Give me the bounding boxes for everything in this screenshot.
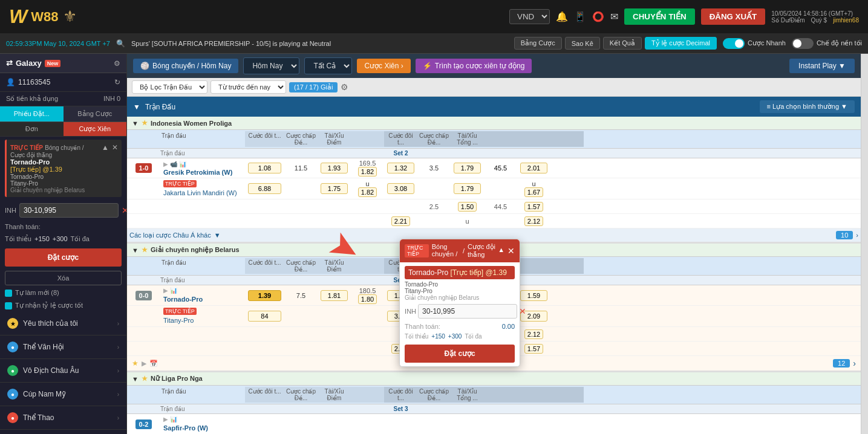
titany-odd-cell[interactable]: 84 [245, 309, 284, 323]
sapfir-name[interactable]: Sapfir-Pro (W) [163, 424, 208, 432]
odd2-btn[interactable]: 6.88 [248, 183, 281, 194]
clear-input-icon[interactable]: ✕ [122, 206, 127, 215]
row3-btn2[interactable]: 1.57 [524, 202, 543, 212]
auto-checkbox-2[interactable] [5, 302, 12, 309]
popup-expand-icon[interactable]: ▲ [498, 246, 504, 256]
sidebar-item-vo-dich-chau-au[interactable]: ● Vô Địch Châu Âu › [0, 359, 126, 383]
odd-away-btn[interactable]: 1.93 [321, 163, 348, 173]
tornado-set-ou-btn[interactable]: 1.59 [520, 290, 548, 301]
ket-qua-btn[interactable]: Kết Quả [603, 37, 642, 50]
odd-home-btn[interactable]: 1.08 [248, 163, 281, 173]
currency-selector[interactable]: VND [509, 9, 550, 24]
set-home-cell[interactable]: 1.32 [384, 161, 417, 175]
close-slip-icon[interactable]: ✕ [112, 143, 118, 152]
next-page-icon[interactable]: › [856, 232, 858, 239]
calendar-icon[interactable]: 📅 [149, 360, 158, 368]
trinh-tao-btn[interactable]: ⚡ Trình tạo cược xiên tự động [416, 59, 532, 73]
filter-bo-loc[interactable]: Bộ Lọc Trận Đấu [132, 80, 207, 94]
hom-nay-dropdown[interactable]: Hôm Nay Tất Cả [243, 57, 299, 74]
u-btn[interactable]: 1.82 [358, 187, 377, 197]
odd2-cell[interactable]: 6.88 [245, 182, 284, 195]
tornado-away-btn[interactable]: 1.81 [321, 290, 348, 301]
odd-home-cell[interactable]: 1.08 [245, 161, 284, 175]
odd3-cell[interactable]: 1.75 [318, 182, 351, 195]
che-do-switch[interactable] [792, 38, 814, 49]
set2-away-cell[interactable]: 1.79 [451, 182, 484, 195]
row4-btn1[interactable]: 2.21 [391, 216, 410, 226]
bel-row4-btn2[interactable]: 1.57 [524, 344, 543, 354]
set2-away-btn[interactable]: 1.79 [454, 183, 481, 194]
fav-star-3[interactable]: ★ [142, 375, 148, 383]
odd3-btn[interactable]: 1.75 [321, 183, 348, 194]
filter-settings-icon[interactable]: ⚙ [341, 82, 348, 92]
phone-icon[interactable]: 📱 [574, 11, 586, 22]
titany-odd-btn[interactable]: 84 [248, 311, 281, 322]
auto-checkbox-1[interactable] [5, 290, 12, 297]
circle-icon[interactable]: ⭕ [592, 11, 604, 22]
popup-clear-icon[interactable]: ✕ [519, 306, 526, 316]
refresh-icon[interactable]: ↻ [114, 78, 120, 86]
switch-don[interactable]: Đơn [0, 122, 64, 136]
popup-close-icon[interactable]: ✕ [507, 246, 515, 256]
u2-btn[interactable]: 1.67 [524, 187, 543, 197]
bet-amount-input[interactable] [19, 203, 119, 218]
set2-home-cell[interactable]: 3.08 [384, 182, 417, 195]
sidebar-item-the-thao[interactable]: ● Thể Thao › [0, 406, 126, 430]
collapse-icon-2[interactable]: ▼ [132, 247, 139, 254]
sidebar-item-the-van-hoi[interactable]: ● Thể Văn Hội › [0, 335, 126, 359]
ty-le-cuoc-btn[interactable]: Tỷ lệ cược Decimal [645, 37, 717, 50]
team-name-home[interactable]: Gresik Petrokimia (W) [163, 169, 242, 176]
expand-all-icon[interactable]: ▼ [133, 103, 140, 111]
team-name-away[interactable]: Jakarta Livin Mandiri (W) [163, 189, 237, 196]
lua-chon-btn[interactable]: ≡ Lựa chọn bình thường ▼ [760, 100, 855, 113]
collapse-icon-3[interactable]: ▼ [132, 375, 139, 383]
tornado-ou-btn[interactable]: 1.80 [358, 294, 377, 304]
fav-icon-match[interactable]: ★ [132, 359, 139, 368]
tornado-odd-cell[interactable]: 1.39 [245, 289, 284, 302]
mail-icon[interactable]: ✉ [610, 11, 618, 22]
odd-away-cell[interactable]: 1.93 [318, 161, 351, 175]
instant-play-btn[interactable]: Instant Play ▼ [789, 59, 855, 73]
set-away-cell[interactable]: 1.79 [451, 161, 484, 175]
collapse-icon[interactable]: ▼ [132, 120, 139, 127]
sidebar-item-cup-nam-my[interactable]: ● Cúp Nam Mỹ › [0, 383, 126, 406]
set-ou-cell[interactable]: 2.01 [517, 161, 550, 175]
bong-chuyen-btn[interactable]: 🏐 Bóng chuyền / Hôm Nay [133, 59, 238, 73]
tab-bang-cuoc[interactable]: Bảng Cược [64, 106, 127, 121]
fav-star-2[interactable]: ★ [142, 246, 148, 254]
expand-icon[interactable]: ▲ [102, 143, 109, 152]
tornado-name[interactable]: Tornado-Pro [163, 296, 203, 303]
titany-name[interactable]: Titany-Pro [163, 317, 194, 324]
clear-all-button[interactable]: Xóa [5, 271, 122, 285]
chuyen-tien-button[interactable]: CHUYỂN TIỀN [624, 8, 695, 25]
sidebar-item-the-thao-ao[interactable]: ● Thể Thao Ảo › [0, 430, 126, 434]
tornado-set-ou[interactable]: 1.59 [517, 289, 550, 302]
tornado-away-odd[interactable]: 1.81 [318, 289, 351, 302]
row3-btn1[interactable]: 1.50 [458, 202, 477, 212]
popup-amount-input[interactable] [418, 304, 517, 319]
dang-xuat-button[interactable]: ĐĂNG XUẤT [701, 8, 766, 25]
set-away-btn[interactable]: 1.79 [454, 163, 481, 173]
switch-cuoc-xien[interactable]: Cược Xiên [64, 122, 127, 136]
set-ou-btn[interactable]: 2.01 [520, 163, 548, 173]
sidebar-item-yeu-thich[interactable]: ★ Yêu thích của tôi › [0, 312, 126, 335]
popup-place-bet-button[interactable]: Đặt cược [405, 345, 515, 363]
settings-icon[interactable]: ⚙ [114, 59, 120, 68]
tornado-odd-btn[interactable]: 1.39 [248, 290, 281, 301]
set2-home-btn[interactable]: 3.08 [387, 183, 415, 194]
play-icon[interactable]: ▶ [142, 360, 146, 368]
next-page-icon-2[interactable]: › [853, 358, 856, 368]
search-icon[interactable]: 🔍 [116, 39, 125, 48]
place-bet-button[interactable]: Đặt cược [5, 248, 122, 267]
fav-star-1[interactable]: ★ [142, 119, 148, 127]
sao-ke-btn[interactable]: Sao Kê [565, 37, 600, 50]
bang-cuoc-btn[interactable]: Bảng Cược [514, 37, 562, 50]
tat-ca-dropdown[interactable]: Tất Cả [304, 57, 352, 74]
bel-row3-btn2[interactable]: 2.12 [524, 329, 543, 339]
filter-tu-truoc[interactable]: Từ trước đến nay [210, 80, 286, 94]
set-home-btn[interactable]: 1.32 [387, 163, 415, 173]
cuoc-nhanh-switch[interactable] [723, 38, 745, 49]
cuoc-xien-btn[interactable]: Cược Xiên › [357, 59, 410, 73]
tab-phieu-dat[interactable]: Phiếu Đặt... [0, 106, 64, 121]
ou-btn[interactable]: 1.82 [358, 167, 377, 177]
